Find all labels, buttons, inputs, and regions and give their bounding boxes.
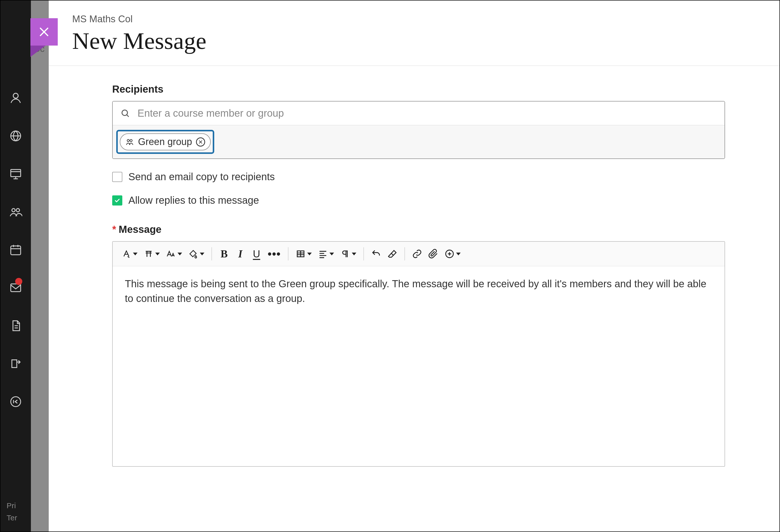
close-button-tail-decoration	[31, 46, 46, 57]
recipient-chips-row: Green group	[113, 125, 725, 158]
chevron-down-icon	[330, 253, 334, 255]
calendar-icon	[9, 243, 22, 256]
rail-signout[interactable]	[1, 383, 31, 421]
svg-point-3	[12, 209, 15, 212]
search-icon	[120, 108, 131, 118]
toolbar-insert[interactable]	[441, 246, 464, 262]
align-icon	[318, 249, 328, 259]
toolbar-block-format[interactable]	[141, 246, 163, 262]
close-panel-button[interactable]	[31, 18, 58, 46]
toolbar-separator	[288, 247, 288, 260]
toolbar-highlight[interactable]	[185, 246, 207, 262]
toolbar-alignment[interactable]	[315, 246, 337, 262]
toolbar-more[interactable]: •••	[264, 246, 284, 262]
panel-header: MS Maths Col New Message	[49, 1, 779, 66]
toolbar-undo[interactable]	[368, 246, 384, 262]
paperclip-icon	[428, 249, 438, 259]
footer-line[interactable]: Ter	[7, 512, 31, 524]
rich-text-editor: B I U •••	[112, 241, 725, 467]
chevron-down-icon	[155, 253, 160, 255]
paint-bucket-icon	[188, 249, 198, 259]
footer-line[interactable]: Pri	[7, 499, 31, 512]
pilcrow-icon	[340, 249, 350, 259]
globe-icon	[9, 129, 22, 143]
person-icon	[9, 91, 22, 105]
new-message-panel: MS Maths Col New Message Recipients Gree…	[49, 1, 779, 531]
rail-footer-links: Pri Ter	[1, 499, 31, 524]
toolbar-paragraph[interactable]	[337, 246, 359, 262]
recipient-chip[interactable]: Green group	[120, 134, 211, 150]
link-icon	[412, 249, 422, 259]
chip-focus-ring: Green group	[116, 130, 214, 154]
notification-badge-icon	[15, 278, 22, 285]
toolbar-table[interactable]	[293, 246, 315, 262]
rail-calendar[interactable]	[1, 231, 31, 269]
rail-courses[interactable]	[1, 155, 31, 193]
toolbar-italic[interactable]: I	[232, 246, 248, 262]
close-icon	[38, 25, 50, 38]
svg-rect-2	[11, 170, 21, 177]
allow-replies-label: Allow replies to this message	[129, 195, 259, 206]
signout-icon	[9, 395, 22, 408]
rail-messages[interactable]	[1, 269, 31, 307]
toolbar-bold[interactable]: B	[216, 246, 232, 262]
close-icon	[198, 140, 203, 144]
undo-icon	[371, 249, 381, 259]
block-format-icon	[144, 249, 154, 259]
toolbar-separator	[363, 247, 364, 260]
svg-rect-5	[11, 246, 21, 255]
allow-replies-checkbox[interactable]	[112, 195, 122, 206]
allow-replies-option: Allow replies to this message	[112, 195, 725, 206]
chevron-down-icon	[307, 253, 312, 255]
eraser-icon	[387, 249, 397, 259]
dimmed-background: Cc	[31, 1, 49, 531]
toolbar-link[interactable]	[409, 246, 425, 262]
open-external-icon	[9, 357, 22, 370]
svg-point-9	[127, 140, 130, 142]
editor-toolbar: B I U •••	[113, 242, 725, 266]
rail-tools[interactable]	[1, 345, 31, 383]
document-icon	[9, 319, 22, 332]
italic-icon: I	[238, 248, 242, 260]
recipients-input[interactable]	[138, 108, 717, 119]
page-title: New Message	[72, 27, 779, 54]
toolbar-underline[interactable]: U	[248, 246, 264, 262]
chevron-down-icon	[456, 253, 461, 255]
toolbar-attachment[interactable]	[425, 246, 441, 262]
presentation-icon	[9, 167, 22, 180]
svg-rect-6	[11, 284, 21, 291]
group-icon	[126, 138, 134, 146]
group-icon	[9, 205, 22, 218]
chevron-down-icon	[133, 253, 138, 255]
text-style-icon	[121, 249, 132, 259]
message-body-input[interactable]: This message is being sent to the Green …	[113, 266, 725, 466]
send-email-copy-checkbox[interactable]	[112, 172, 122, 182]
font-size-icon	[166, 249, 176, 259]
chevron-down-icon	[352, 253, 356, 255]
breadcrumb: MS Maths Col	[72, 14, 779, 24]
rail-groups[interactable]	[1, 193, 31, 231]
toolbar-clear-format[interactable]	[384, 246, 400, 262]
recipients-field: Green group	[112, 101, 725, 159]
recipients-label: Recipients	[112, 84, 725, 95]
send-email-copy-label: Send an email copy to recipients	[129, 171, 275, 182]
underline-icon: U	[253, 248, 260, 260]
svg-point-8	[122, 110, 128, 115]
message-label: Message	[119, 224, 161, 235]
svg-point-0	[13, 93, 18, 99]
chip-label: Green group	[138, 137, 192, 147]
rail-grades[interactable]	[1, 307, 31, 345]
rail-globe[interactable]	[1, 117, 31, 155]
message-label-row: *Message	[112, 224, 725, 235]
chevron-down-icon	[178, 253, 182, 255]
toolbar-text-style[interactable]	[118, 246, 141, 262]
send-email-copy-option: Send an email copy to recipients	[112, 171, 725, 182]
checkmark-icon	[114, 197, 120, 204]
toolbar-separator	[211, 247, 212, 260]
required-indicator: *	[112, 224, 116, 235]
toolbar-font-size[interactable]	[163, 246, 185, 262]
chip-remove-button[interactable]	[196, 138, 205, 147]
plus-circle-icon	[444, 249, 454, 259]
rail-profile[interactable]	[1, 79, 31, 117]
svg-point-10	[130, 140, 132, 142]
